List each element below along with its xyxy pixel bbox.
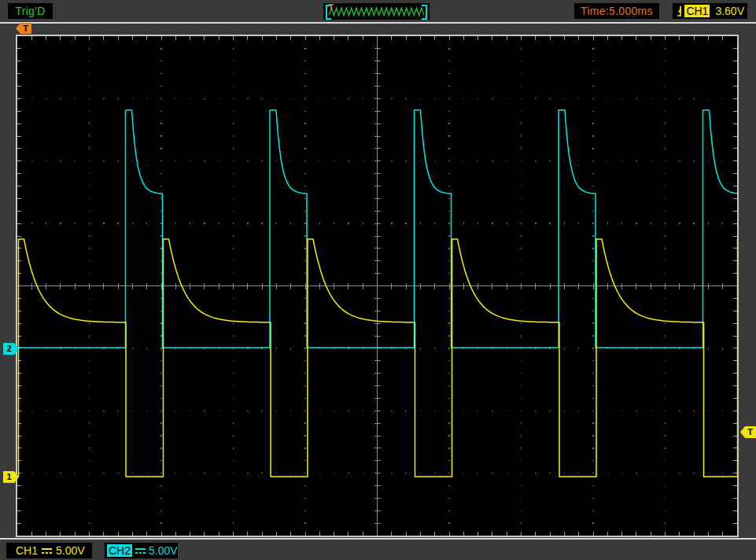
trigger-status-badge: Trig'D [8, 3, 53, 19]
timebase-readout[interactable]: Time:5.000ms [574, 3, 659, 19]
ch2-settings[interactable]: CH2 5.00V [105, 543, 178, 558]
ch2-volts-div: 5.00V [149, 544, 178, 557]
trigger-position-marker[interactable]: T [16, 23, 31, 34]
ch1-volts-div: 5.00V [56, 544, 85, 557]
dc-coupling-icon [42, 547, 52, 554]
trigger-settings-readout[interactable]: CH1 3.60V [673, 3, 747, 19]
preview-right-bracket-icon [422, 5, 427, 20]
trigger-level-value: 3.60V [715, 5, 744, 17]
scope-screen [16, 35, 739, 537]
horizontal-position-preview[interactable]: T [323, 3, 430, 20]
trigger-source-chip: CH1 [684, 5, 710, 17]
oscilloscope-app: Trig'D T Time:5.000ms CH1 3.60V T 2 1 T … [0, 0, 756, 560]
dc-coupling-icon [135, 547, 146, 554]
preview-trigger-position-icon: T [327, 3, 335, 11]
ch1-label: CH1 [16, 544, 38, 557]
preview-waveform [329, 3, 424, 20]
rising-edge-trigger-icon [676, 4, 681, 18]
channel-bar: CH1 5.00V CH2 5.00V [0, 538, 756, 560]
ch2-label: CH2 [107, 544, 132, 557]
ch1-settings[interactable]: CH1 5.00V [6, 543, 92, 558]
status-bar: Trig'D T Time:5.000ms CH1 3.60V [0, 0, 756, 24]
waveform-plot [17, 36, 737, 536]
trigger-level-marker[interactable]: T [740, 426, 756, 438]
